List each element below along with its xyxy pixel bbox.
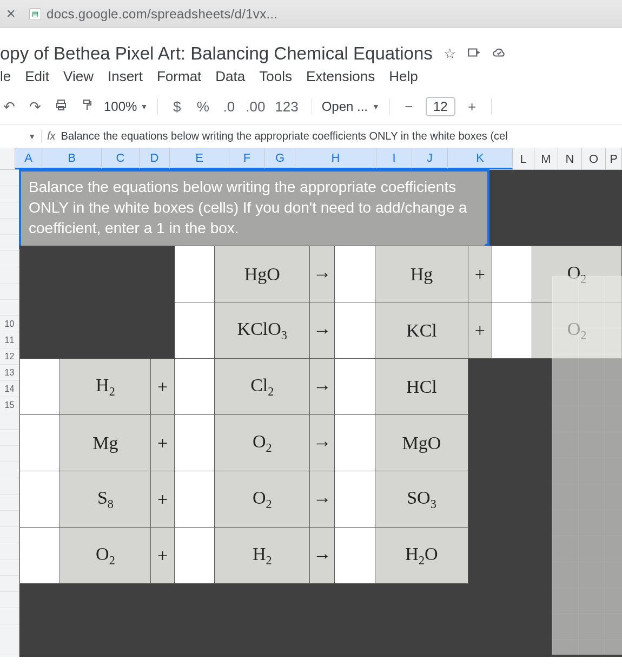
address-bar[interactable]: ▤ docs.google.com/spreadsheets/d/1vx... <box>29 6 277 22</box>
paint-format-icon[interactable] <box>78 98 96 115</box>
font-size-decrease-button[interactable]: − <box>400 98 418 115</box>
row-header[interactable] <box>0 559 19 576</box>
row-header[interactable] <box>0 170 19 186</box>
menu-edit[interactable]: Edit <box>25 68 49 85</box>
more-formats-button[interactable]: 123 <box>272 98 301 115</box>
row-header[interactable] <box>0 495 19 511</box>
row-header[interactable]: 13 <box>0 365 19 381</box>
plus-cell <box>468 415 492 471</box>
row-header[interactable] <box>0 446 19 462</box>
column-header-L[interactable]: L <box>513 148 534 169</box>
coef-input[interactable] <box>335 471 375 528</box>
doc-title[interactable]: opy of Bethea Pixel Art: Balancing Chemi… <box>0 43 433 64</box>
menu-view[interactable]: View <box>63 68 94 85</box>
coef-input[interactable] <box>335 415 375 471</box>
row-header[interactable] <box>0 219 19 235</box>
select-all-corner[interactable] <box>0 148 15 169</box>
column-header-E[interactable]: E <box>170 148 229 169</box>
row-header[interactable] <box>0 511 19 527</box>
column-header-F[interactable]: F <box>229 148 265 169</box>
decrease-decimal-button[interactable]: .0 <box>220 98 238 115</box>
menu-data[interactable]: Data <box>215 68 245 85</box>
coef-input[interactable] <box>335 359 375 415</box>
row-header[interactable] <box>0 300 19 316</box>
font-size-input[interactable]: 12 <box>426 97 455 116</box>
coef-input[interactable] <box>174 302 214 359</box>
row-header[interactable] <box>0 478 19 495</box>
coef-input[interactable] <box>335 246 375 302</box>
format-percent-button[interactable]: % <box>194 98 212 115</box>
menu-extensions[interactable]: Extensions <box>306 68 375 85</box>
name-box[interactable]: ▼ <box>0 132 41 141</box>
column-header-J[interactable]: J <box>412 148 448 169</box>
menu-file[interactable]: le <box>0 68 11 85</box>
format-currency-button[interactable]: $ <box>168 98 186 115</box>
row-header[interactable] <box>0 608 19 624</box>
menu-format[interactable]: Format <box>157 68 201 85</box>
row-header[interactable] <box>0 251 19 267</box>
row-header[interactable]: 12 <box>0 348 19 365</box>
formula-text[interactable]: Balance the equations below writing the … <box>61 130 508 142</box>
row-header[interactable] <box>0 235 19 251</box>
column-header-K[interactable]: K <box>448 148 513 169</box>
coef-input[interactable] <box>335 528 375 584</box>
column-header-N[interactable]: N <box>558 148 582 169</box>
increase-decimal-button[interactable]: .00 <box>246 98 264 115</box>
column-header-M[interactable]: M <box>534 148 558 169</box>
row-header[interactable]: 10 <box>0 316 19 332</box>
coef-input[interactable] <box>20 359 60 415</box>
undo-icon[interactable]: ↶ <box>0 98 18 115</box>
column-header-H[interactable]: H <box>295 148 376 169</box>
coef-input[interactable] <box>174 471 214 528</box>
coef-input[interactable] <box>492 302 532 359</box>
row-header[interactable] <box>0 462 19 478</box>
row-header[interactable]: 15 <box>0 397 19 413</box>
zoom-select[interactable]: 100% ▼ <box>104 99 148 114</box>
column-header-B[interactable]: B <box>42 148 102 169</box>
font-size-increase-button[interactable]: + <box>463 98 481 115</box>
move-icon[interactable] <box>467 45 481 62</box>
row-header[interactable] <box>0 202 19 219</box>
coef-input[interactable] <box>174 415 214 471</box>
row-header[interactable] <box>0 430 19 446</box>
column-header-A[interactable]: A <box>15 148 42 169</box>
row-header[interactable] <box>0 413 19 430</box>
coef-input[interactable] <box>20 415 60 471</box>
menu-insert[interactable]: Insert <box>108 68 143 85</box>
row-header[interactable] <box>0 267 19 284</box>
menu-help[interactable]: Help <box>389 68 418 85</box>
row-header[interactable] <box>0 576 19 592</box>
cloud-saved-icon[interactable] <box>492 45 507 62</box>
row-header[interactable] <box>0 543 19 559</box>
column-header-P[interactable]: P <box>606 148 622 169</box>
coef-input[interactable] <box>20 528 60 584</box>
column-header-G[interactable]: G <box>265 148 295 169</box>
font-family-label: Open ... <box>322 99 368 114</box>
row-header[interactable]: 11 <box>0 332 19 348</box>
coef-input[interactable] <box>335 302 375 359</box>
tab-close-icon[interactable]: ✕ <box>3 6 18 22</box>
sheet-grid[interactable]: Balance the equations below writing the … <box>19 170 622 657</box>
row-header[interactable] <box>0 284 19 300</box>
column-header-O[interactable]: O <box>582 148 606 169</box>
row-header[interactable] <box>0 592 19 608</box>
menu-tools[interactable]: Tools <box>259 68 292 85</box>
coef-input[interactable] <box>174 246 214 302</box>
row-header[interactable] <box>0 527 19 543</box>
redo-icon[interactable]: ↷ <box>26 98 44 115</box>
row-header[interactable] <box>0 186 19 202</box>
font-family-select[interactable]: Open ... ▼ <box>322 99 380 114</box>
column-header-C[interactable]: C <box>102 148 140 169</box>
column-header-D[interactable]: D <box>140 148 170 169</box>
coef-input <box>492 415 532 471</box>
print-icon[interactable] <box>52 98 70 115</box>
star-icon[interactable]: ☆ <box>444 45 456 62</box>
coef-input[interactable] <box>174 528 214 584</box>
row-header[interactable]: 14 <box>0 381 19 397</box>
chevron-down-icon: ▼ <box>28 132 36 141</box>
column-header-I[interactable]: I <box>376 148 412 169</box>
instructions-cell[interactable]: Balance the equations below writing the … <box>19 170 489 248</box>
coef-input[interactable] <box>174 359 214 415</box>
coef-input[interactable] <box>20 471 60 528</box>
coef-input[interactable] <box>492 246 532 302</box>
